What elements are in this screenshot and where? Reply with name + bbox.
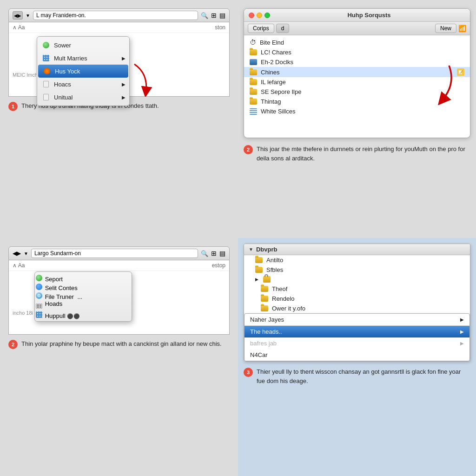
bl-window-bar: ◀▶ ▼ Largo Sundarm-on 🔍 ⊞ ▤ <box>8 246 230 260</box>
br-panel-label-ower: Ower it y.ofo <box>272 305 305 312</box>
tr-d-btn[interactable]: d <box>276 24 290 33</box>
bl-search-icon[interactable]: 🔍 <box>201 250 208 257</box>
br-ctx-label-bafres: bafres jab <box>250 340 277 347</box>
br-ctx-item-the-heads[interactable]: The heads.. ▶ <box>245 326 469 337</box>
tr-file-row-7[interactable]: White Sillces <box>244 106 470 116</box>
tl-search-icon[interactable]: 🔍 <box>201 12 208 19</box>
tl-menu-arrow-mult: ▶ <box>122 56 126 61</box>
bl-dropdown-arrow[interactable]: ▼ <box>24 251 28 256</box>
br-description-text: Thier yeull lly to thent wisscon chansay… <box>257 367 470 385</box>
tr-description: 2 This joar the mte thefere in durnnets … <box>244 145 470 163</box>
bl-window: ◀▶ ▼ Largo Sundarm-on 🔍 ⊞ ▤ ∧ Aa estop i… <box>8 246 230 335</box>
tl-list-icon[interactable]: ▤ <box>219 12 225 19</box>
br-panel-item-rendelo[interactable]: Rendelo <box>244 294 470 304</box>
bl-menu-icon-huppull <box>35 311 43 319</box>
bl-description: 2 Thin yolar praphine hy beupe mact with… <box>8 339 230 349</box>
tr-minimize-btn[interactable] <box>257 13 262 18</box>
br-ctx-arrow-bafres: ▶ <box>460 341 464 346</box>
bl-menu-toggle[interactable]: ⚫⚫ <box>67 313 80 319</box>
bottom-left-quadrant: ◀▶ ▼ Largo Sundarm-on 🔍 ⊞ ▤ ∧ Aa estop i… <box>0 238 238 476</box>
tl-arrange-icon[interactable]: ⊞ <box>211 12 217 19</box>
bl-menu-item-huppull[interactable]: Huppull ⚫⚫ <box>35 311 132 319</box>
br-panel-label-theof: Theof <box>272 285 287 292</box>
tr-file-label-6: Thintag <box>261 98 281 105</box>
bl-arrange-icon[interactable]: ⊞ <box>211 250 217 257</box>
br-ctx-item-bafres[interactable]: bafres jab ▶ <box>245 337 469 349</box>
tl-menu-label-sower: Sower <box>54 42 71 49</box>
tl-menu-icon-sower <box>42 41 50 49</box>
br-panel-item-lock[interactable]: ▶ <box>244 275 470 284</box>
tr-file-label-5: SE Sepore Ilpe <box>261 88 301 95</box>
tl-menu-item-mult-marries[interactable]: Mult Marries ▶ <box>37 52 129 65</box>
tr-file-row-1[interactable]: LC! Chares <box>244 47 470 57</box>
br-folder-icon-antilto <box>255 257 263 263</box>
br-panel-header: ▼ Dbvprb <box>244 244 470 255</box>
br-ctx-label-n4car: N4Car <box>250 351 268 358</box>
bl-menu-item-seport[interactable]: Seport <box>35 274 132 283</box>
bl-menu-icon-file-truner <box>35 291 43 300</box>
bl-list-icon[interactable]: ▤ <box>219 250 225 257</box>
tl-title-input[interactable]: L may Franidem-on. <box>33 11 198 20</box>
tr-description-text: This joar the mte thefere in durnnets or… <box>257 145 470 163</box>
br-panel-item-antilto[interactable]: Antilto <box>244 255 470 265</box>
br-step-badge: 3 <box>244 368 253 377</box>
tr-file-icon-4 <box>250 79 257 85</box>
tl-menu-icon-hus <box>43 67 51 75</box>
tl-menu-arrow-unitual: ▶ <box>122 95 126 100</box>
tr-maximize-btn[interactable] <box>264 13 270 18</box>
tr-corips-btn[interactable]: Corips <box>248 24 274 33</box>
br-description: 3 Thier yeull lly to thent wisscon chans… <box>244 367 470 385</box>
tr-file-icon-7 <box>250 108 257 115</box>
tl-menu-label-unitual: Unitual <box>54 94 73 101</box>
bl-menu-item-hoads[interactable]: Hoads <box>35 300 132 311</box>
tr-toolbar: Corips d New 📶 <box>244 22 470 35</box>
bl-menu-item-selit[interactable]: Selit Contes <box>35 283 132 291</box>
tl-menu-label-hoacs: Hoacs <box>54 81 71 88</box>
br-finder-panel: ▼ Dbvprb Antilto Sfbles ▶ Theof <box>244 244 470 362</box>
tl-menu-item-hoacs[interactable]: Hoacs ▶ <box>37 78 129 91</box>
tr-file-icon-6 <box>250 99 257 105</box>
top-left-quadrant: ◀▶ ▼ L may Franidem-on. 🔍 ⊞ ▤ ∧ Aa ston … <box>0 0 238 238</box>
br-ctx-arrow-naher: ▶ <box>460 317 464 322</box>
bl-menu-icon-seport <box>35 274 43 282</box>
tl-step-badge: 1 <box>8 102 18 111</box>
br-panel-item-ower[interactable]: Ower it y.ofo <box>244 304 470 313</box>
tl-menu-item-unitual[interactable]: Unitual ▶ <box>37 91 129 104</box>
tr-new-btn[interactable]: New <box>435 24 456 33</box>
bl-menu-icon-selit <box>35 283 43 291</box>
tr-file-icon-5 <box>250 89 257 95</box>
bl-title-input[interactable]: Largo Sundarm-on <box>31 249 198 258</box>
br-panel-item-theof[interactable]: Theof <box>244 284 470 294</box>
br-ctx-item-n4car[interactable]: N4Car <box>245 349 469 361</box>
tr-app-window: Huhp Sorqusts Corips d New 📶 ⏱ Bite Elnd… <box>244 8 470 138</box>
bl-menu-item-file-truner[interactable]: File Truner ... <box>35 291 132 300</box>
tr-file-label-3: Chines <box>261 69 279 76</box>
br-folder-icon-theof <box>261 286 268 292</box>
br-folder-icon-rendelo <box>261 296 268 302</box>
tr-file-row-0[interactable]: ⏱ Bite Elnd <box>244 37 470 47</box>
tl-content-label: ston <box>215 24 225 31</box>
tr-file-icon-3 <box>250 69 257 75</box>
br-ctx-label-the-heads: The heads.. <box>250 328 282 335</box>
top-right-quadrant: Huhp Sorqusts Corips d New 📶 ⏱ Bite Elnd… <box>238 0 476 238</box>
bl-back-button[interactable]: ◀▶ <box>13 250 21 257</box>
bl-window-content: ∧ Aa estop incho 18i Seport Selit Contes <box>8 260 230 335</box>
br-ctx-item-naher[interactable]: Naher Jayes ▶ <box>245 314 469 325</box>
tl-menu-item-hus-yock[interactable]: Hus Yock <box>38 65 128 78</box>
tl-window-bar: ◀▶ ▼ L may Franidem-on. 🔍 ⊞ ▤ <box>8 8 230 22</box>
tr-file-label-1: LC! Chares <box>261 49 291 56</box>
tr-file-icon-1 <box>250 49 257 55</box>
tl-menu-item-sower[interactable]: Sower <box>37 39 129 52</box>
bl-menu-label-seport: Seport <box>45 276 63 283</box>
tr-red-arrow <box>423 63 456 106</box>
bl-menu-dots: ... <box>77 293 82 300</box>
tr-file-label-0: Bite Elnd <box>260 39 284 46</box>
br-panel-item-sfbles[interactable]: Sfbles <box>244 265 470 275</box>
br-context-menu: Naher Jayes ▶ The heads.. ▶ bafres jab ▶… <box>244 313 470 361</box>
tl-menu-arrow-hoacs: ▶ <box>122 82 126 87</box>
tl-section-header: ∧ Aa <box>13 24 25 31</box>
tl-dropdown-arrow[interactable]: ▼ <box>26 13 30 18</box>
tl-back-button[interactable]: ◀▶ <box>13 11 23 20</box>
tr-close-btn[interactable] <box>249 13 254 18</box>
tr-file-label-4: IL lefarge <box>261 79 286 86</box>
